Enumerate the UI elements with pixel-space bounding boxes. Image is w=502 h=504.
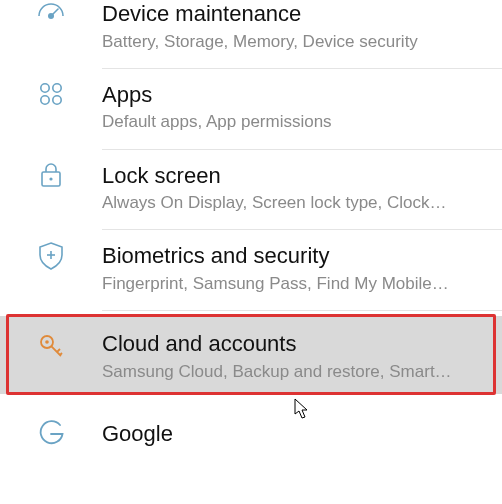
svg-point-7 bbox=[49, 177, 52, 180]
settings-list-viewport: { "settings": [ { "icon": "gauge-icon", … bbox=[0, 0, 502, 504]
settings-list: Device maintenance Battery, Storage, Mem… bbox=[0, 0, 502, 466]
settings-item-subtitle: Default apps, App permissions bbox=[102, 111, 488, 132]
settings-item-title: Biometrics and security bbox=[102, 242, 488, 270]
lock-icon bbox=[0, 150, 102, 192]
google-g-icon bbox=[0, 408, 102, 446]
settings-item-title: Google bbox=[102, 420, 488, 448]
svg-point-3 bbox=[53, 84, 61, 92]
settings-item-title: Device maintenance bbox=[102, 0, 488, 28]
settings-item-lock-screen[interactable]: Lock screen Always On Display, Screen lo… bbox=[0, 150, 502, 231]
settings-item-subtitle: Always On Display, Screen lock type, Clo… bbox=[102, 192, 488, 213]
settings-item-subtitle: Samsung Cloud, Backup and restore, Smart… bbox=[102, 361, 488, 382]
svg-point-11 bbox=[45, 340, 49, 344]
apps-grid-icon bbox=[0, 69, 102, 109]
settings-item-cloud-accounts[interactable]: Cloud and accounts Samsung Cloud, Backup… bbox=[0, 316, 502, 394]
settings-item-subtitle: Fingerprint, Samsung Pass, Find My Mobil… bbox=[102, 273, 488, 294]
settings-item-apps[interactable]: Apps Default apps, App permissions bbox=[0, 69, 502, 150]
svg-line-1 bbox=[51, 9, 58, 16]
svg-point-4 bbox=[41, 96, 49, 104]
settings-item-title: Cloud and accounts bbox=[102, 330, 488, 358]
svg-point-2 bbox=[41, 84, 49, 92]
settings-item-subtitle: Battery, Storage, Memory, Device securit… bbox=[102, 31, 488, 52]
svg-point-5 bbox=[53, 96, 61, 104]
key-icon bbox=[0, 324, 102, 362]
settings-item-title: Lock screen bbox=[102, 162, 488, 190]
settings-item-biometrics-security[interactable]: Biometrics and security Fingerprint, Sam… bbox=[0, 230, 502, 311]
gauge-icon bbox=[0, 0, 102, 32]
settings-item-device-maintenance[interactable]: Device maintenance Battery, Storage, Mem… bbox=[0, 0, 502, 69]
settings-item-google[interactable]: Google bbox=[0, 394, 502, 467]
settings-item-title: Apps bbox=[102, 81, 488, 109]
shield-plus-icon bbox=[0, 230, 102, 272]
